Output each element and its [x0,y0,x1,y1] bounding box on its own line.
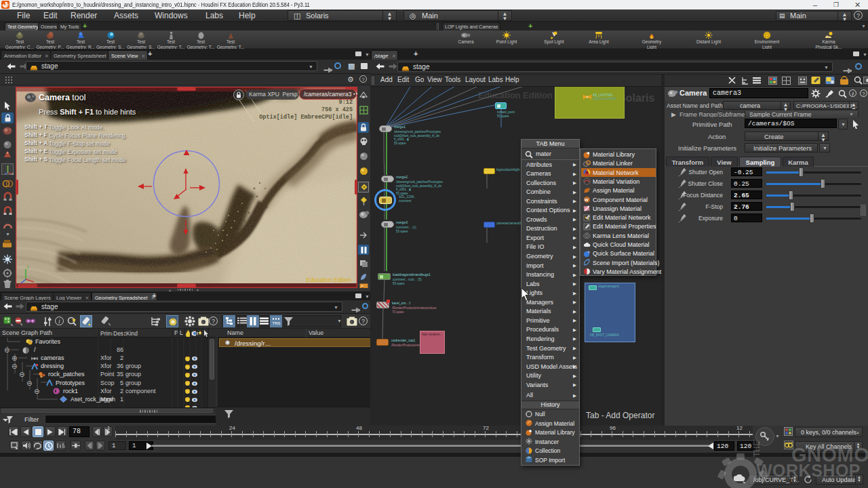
svg-text:y: y [27,264,29,268]
svg-text:W: W [585,198,589,202]
svg-text:Education Edition: Education Edition [307,277,351,283]
svg-text:?: ? [351,319,354,325]
svg-text:?: ? [202,319,205,325]
svg-text:TRS: TRS [273,321,281,325]
